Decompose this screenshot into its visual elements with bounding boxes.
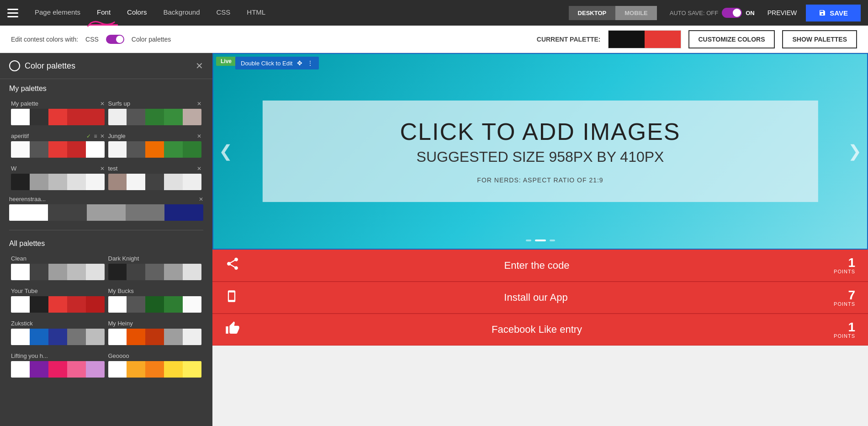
action-row-fb-like[interactable]: Facebook Like entry 1 POINTS — [212, 314, 868, 346]
palette-swatches[interactable] — [11, 264, 105, 280]
all-palettes-grid: Clean Dark Knight — [0, 251, 212, 381]
palette-item-w: W ✕ — [9, 161, 106, 194]
show-palettes-button[interactable]: SHOW PALETTES — [782, 30, 857, 48]
my-palettes-grid: My palette ✕ Surfs up ✕ — [0, 96, 212, 194]
palette-swatches[interactable] — [108, 264, 202, 280]
css-palette-toggle[interactable] — [106, 35, 124, 44]
action-points-enter-code: 1 POINTS — [834, 256, 855, 274]
top-navigation: Page elements Font Colors Background CSS… — [0, 0, 868, 26]
slider-dots — [526, 240, 555, 241]
tab-css[interactable]: CSS — [209, 0, 238, 26]
palette-item-surfs-up: Surfs up ✕ — [106, 96, 204, 129]
palette-item-geoooo: Geoooo — [106, 349, 204, 381]
action-label-fb-like: Facebook Like entry — [249, 324, 825, 335]
mobile-view-button[interactable]: MOBILE — [615, 6, 657, 20]
palette-swatches[interactable] — [108, 141, 202, 158]
palette-swatches[interactable] — [108, 109, 202, 125]
close-icon[interactable]: ✕ — [100, 133, 105, 139]
palette-swatches[interactable] — [11, 109, 105, 125]
live-badge: Live — [216, 57, 236, 66]
tab-font[interactable]: Font — [90, 0, 118, 26]
current-palette-preview — [608, 30, 681, 48]
palette-item-my-heiny: My Heiny — [106, 316, 204, 349]
palette-item-dark-knight: Dark Knight — [106, 251, 204, 284]
tab-html[interactable]: HTML — [239, 0, 273, 26]
slider-dot[interactable] — [526, 240, 531, 241]
close-icon[interactable]: ✕ — [199, 196, 203, 202]
tab-background[interactable]: Background — [156, 0, 207, 26]
thumbs-up-icon — [225, 321, 240, 339]
palette-swatches[interactable] — [108, 361, 202, 378]
close-icon[interactable]: ✕ — [100, 101, 105, 107]
hero-main-text: CLICK TO ADD IMAGES — [290, 119, 790, 145]
close-icon[interactable]: ✕ — [197, 101, 201, 107]
check-icon[interactable]: ✓ — [86, 133, 91, 139]
css-label: CSS — [85, 36, 99, 43]
close-panel-button[interactable]: ✕ — [196, 60, 203, 71]
action-label-enter-code: Enter the code — [249, 260, 825, 272]
palette-item-my-bucks: My Bucks — [106, 284, 204, 316]
palette-swatches[interactable] — [108, 329, 202, 345]
hero-slider[interactable]: ❮ CLICK TO ADD IMAGES SUGGESTED SIZE 958… — [212, 53, 868, 250]
desktop-view-button[interactable]: DESKTOP — [569, 6, 616, 20]
autosave-on-label: ON — [746, 10, 755, 16]
canvas-area: Live Double Click to Edit ✥ ⋮ ❮ CLICK TO… — [212, 53, 868, 426]
double-click-label: Double Click to Edit — [241, 60, 292, 67]
settings-icon[interactable]: ≡ — [94, 133, 97, 139]
customize-colors-button[interactable]: CUSTOMIZE COLORS — [688, 30, 775, 48]
slider-next-button[interactable]: ❯ — [848, 142, 862, 161]
palette-swatches[interactable] — [9, 204, 203, 221]
move-icon[interactable]: ✥ — [297, 59, 302, 67]
palette-item-your-tube: Your Tube — [9, 284, 106, 316]
view-toggle: DESKTOP MOBILE — [569, 6, 657, 20]
color-palettes-toggle-label: Color palettes — [132, 36, 171, 43]
second-toolbar: Edit contest colors with: CSS Color pale… — [0, 26, 868, 53]
share-icon — [225, 256, 240, 274]
action-row-install-app[interactable]: Install our App 7 POINTS — [212, 282, 868, 314]
edit-colors-label: Edit contest colors with: — [11, 36, 78, 43]
palette-swatches[interactable] — [11, 361, 105, 378]
palette-swatches[interactable] — [11, 296, 105, 313]
close-icon[interactable]: ✕ — [100, 165, 105, 172]
hero-sub-text: SUGGESTED SIZE 958PX BY 410PX — [290, 149, 790, 165]
palette-swatches[interactable] — [108, 296, 202, 313]
edit-toolbar: Double Click to Edit ✥ ⋮ — [235, 57, 319, 69]
hamburger-menu[interactable] — [7, 5, 22, 20]
palette-item-test: test ✕ — [106, 161, 204, 194]
palette-item-my-palette: My palette ✕ — [9, 96, 106, 129]
more-options-icon[interactable]: ⋮ — [307, 59, 313, 67]
palette-item-heerenstraa: heerenstraa... ✕ — [9, 194, 203, 223]
palette-swatches[interactable] — [11, 174, 105, 190]
palette-item-jungle: Jungle ✕ — [106, 129, 204, 161]
autosave-toggle[interactable] — [722, 8, 742, 18]
palette-swatch-2 — [645, 31, 681, 48]
palette-item-zukstick: Zukstick — [9, 316, 106, 349]
palette-swatch-1 — [609, 31, 645, 48]
close-icon[interactable]: ✕ — [197, 133, 201, 139]
my-palettes-title: My palettes — [0, 79, 212, 96]
save-button[interactable]: SAVE — [806, 5, 861, 21]
palette-item-aperitif: aperitif ✓ ≡ ✕ — [9, 129, 106, 161]
palette-swatches[interactable] — [11, 329, 105, 345]
hero-text-box: CLICK TO ADD IMAGES SUGGESTED SIZE 958PX… — [262, 101, 818, 202]
autosave-off-label: AUTO SAVE: OFF — [670, 10, 718, 16]
preview-button[interactable]: PREVIEW — [767, 9, 797, 16]
color-palettes-panel: Color palettes ✕ My palettes My palette … — [0, 53, 212, 426]
mobile-icon — [225, 289, 238, 307]
current-palette-label: CURRENT PALETTE: — [537, 36, 601, 43]
palette-circle-icon — [9, 60, 20, 71]
close-icon[interactable]: ✕ — [197, 165, 201, 172]
palette-item-clean: Clean — [9, 251, 106, 284]
action-row-enter-code[interactable]: Enter the code 1 POINTS — [212, 250, 868, 282]
palette-item-lifting: Lifting you h... — [9, 349, 106, 381]
tab-colors[interactable]: Colors — [120, 0, 154, 26]
palette-swatches[interactable] — [108, 174, 202, 190]
main-area: Color palettes ✕ My palettes My palette … — [0, 53, 868, 426]
action-points-install-app: 7 POINTS — [834, 289, 855, 307]
slider-dot[interactable] — [550, 240, 555, 241]
slider-prev-button[interactable]: ❮ — [219, 142, 233, 161]
action-label-install-app: Install our App — [247, 292, 825, 304]
slider-dot-active[interactable] — [535, 240, 546, 241]
tab-page-elements[interactable]: Page elements — [27, 0, 88, 26]
palette-swatches[interactable] — [11, 141, 105, 158]
